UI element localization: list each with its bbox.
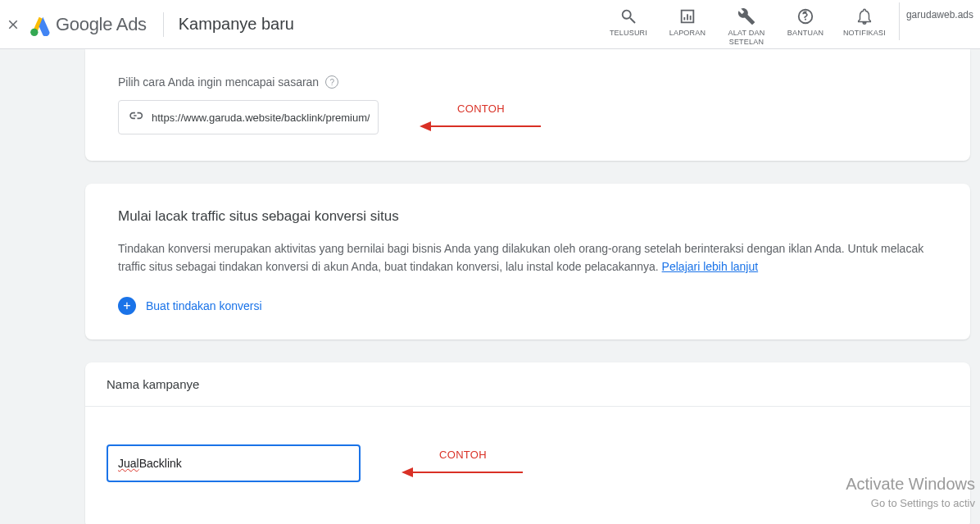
example-label: CONTOH	[457, 103, 505, 115]
notifications-tool[interactable]: NOTIFIKASI	[835, 2, 894, 38]
bell-icon	[855, 7, 873, 25]
wrench-icon	[737, 7, 755, 25]
logo-text-ads: Ads	[116, 14, 147, 34]
help-tool[interactable]: BANTUAN	[776, 2, 835, 38]
example-annotation: CONTOH	[420, 103, 542, 133]
conversion-tracking-card: Mulai lacak traffic situs sebagai konver…	[85, 184, 970, 339]
svg-marker-2	[420, 121, 431, 131]
main-content: Pilih cara Anda ingin mencapai sasaran ?…	[0, 49, 980, 524]
link-icon	[127, 107, 143, 128]
campaign-name-input[interactable]: Jual Backlink	[107, 444, 361, 482]
goal-label: Pilih cara Anda ingin mencapai sasaran	[118, 75, 319, 89]
input-word-2: Backlink	[139, 457, 182, 470]
divider	[899, 2, 900, 40]
app-header: Google Ads Kampanye baru TELUSURI LAPORA…	[0, 0, 980, 49]
ads-logo-icon	[29, 13, 52, 36]
tools-settings-tool[interactable]: ALAT DAN SETELAN	[717, 2, 776, 47]
create-conversion-button[interactable]: + Buat tindakan konversi	[118, 297, 937, 315]
search-tool[interactable]: TELUSURI	[599, 2, 658, 38]
conversion-heading: Mulai lacak traffic situs sebagai konver…	[118, 208, 937, 225]
search-icon	[619, 7, 637, 25]
plus-icon: +	[118, 297, 136, 315]
close-icon[interactable]	[3, 15, 23, 34]
website-url-input[interactable]	[152, 112, 370, 124]
reports-tool[interactable]: LAPORAN	[658, 2, 717, 38]
notifications-label: NOTIFIKASI	[843, 29, 886, 38]
arrow-icon	[420, 120, 542, 133]
learn-more-link[interactable]: Pelajari lebih lanjut	[662, 260, 759, 273]
arrow-icon	[402, 466, 524, 479]
svg-marker-4	[402, 467, 413, 477]
website-url-field[interactable]	[118, 100, 379, 134]
logo-text-google: Google	[56, 14, 112, 34]
example-label: CONTOH	[439, 449, 487, 461]
help-icon	[796, 7, 814, 25]
example-annotation: CONTOH	[402, 449, 524, 479]
goal-reach-card: Pilih cara Anda ingin mencapai sasaran ?…	[85, 49, 970, 161]
svg-point-0	[30, 28, 38, 35]
header-tools: TELUSURI LAPORAN ALAT DAN SETELAN BANTUA…	[599, 2, 973, 47]
divider	[163, 12, 164, 37]
input-word-1: Jual	[118, 457, 139, 470]
goal-label-row: Pilih cara Anda ingin mencapai sasaran ?	[118, 75, 937, 89]
tools-settings-label: ALAT DAN SETELAN	[717, 29, 776, 47]
page-title: Kampanye baru	[179, 15, 294, 34]
create-conversion-label: Buat tindakan konversi	[146, 299, 262, 312]
search-label: TELUSURI	[610, 29, 647, 38]
campaign-name-card: Nama kampanye Jual Backlink CONTOH	[85, 362, 970, 524]
conversion-paragraph: Tindakan konversi merupakan aktivitas ya…	[118, 239, 937, 276]
help-icon[interactable]: ?	[325, 75, 338, 89]
reports-label: LAPORAN	[669, 29, 706, 38]
google-ads-logo: Google Ads	[29, 13, 147, 36]
reports-icon	[678, 7, 696, 25]
account-email[interactable]: garudaweb.ads	[905, 2, 973, 21]
campaign-name-heading: Nama kampanye	[85, 362, 970, 407]
help-label: BANTUAN	[787, 29, 823, 38]
